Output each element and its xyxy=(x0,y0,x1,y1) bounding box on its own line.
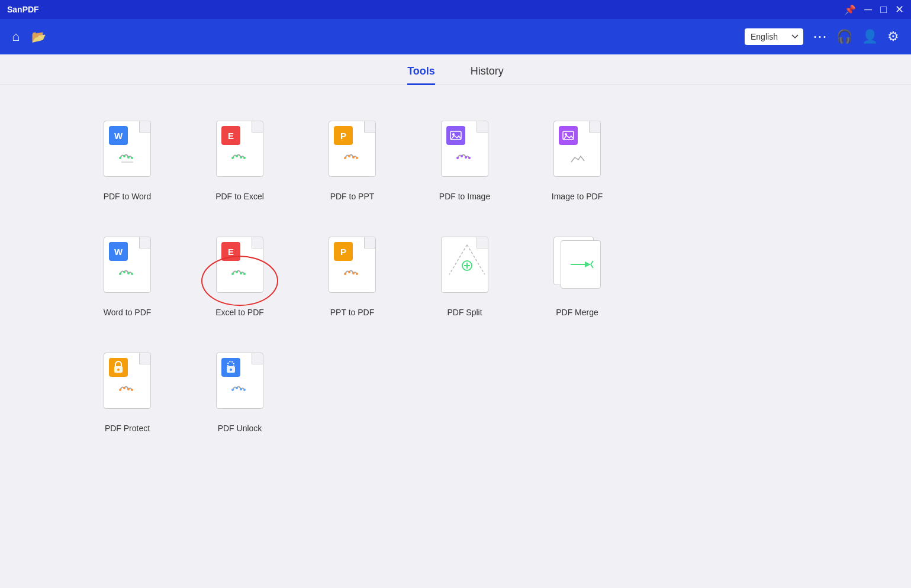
svg-point-44 xyxy=(119,389,121,391)
svg-point-10 xyxy=(348,155,350,157)
tool-pdf-to-word[interactable]: W PDF to Word xyxy=(95,121,160,201)
tool-pdf-to-image[interactable]: PDF to Image xyxy=(432,121,497,201)
tool-label-pdf-split: PDF Split xyxy=(447,308,482,317)
excel-to-pdf-icon: E xyxy=(210,237,269,302)
pdf-unlock-icon xyxy=(210,353,269,418)
badge-lock xyxy=(109,358,128,377)
headphone-icon[interactable]: 🎧 xyxy=(836,29,852,44)
tool-label-pdf-protect: PDF Protect xyxy=(105,424,150,433)
image-to-pdf-icon xyxy=(548,121,607,186)
home-button[interactable]: ⌂ xyxy=(12,29,20,44)
toolbar-left: ⌂ 📂 xyxy=(12,29,46,44)
pdf-merge-icon xyxy=(548,237,607,302)
tool-label-pdf-merge: PDF Merge xyxy=(556,308,598,317)
window-controls: 📌 ─ □ ✕ xyxy=(844,4,904,15)
tool-pdf-merge[interactable]: PDF Merge xyxy=(545,237,610,317)
svg-point-32 xyxy=(356,273,358,275)
svg-point-7 xyxy=(240,156,242,159)
tool-pdf-to-ppt[interactable]: P PDF to PPT xyxy=(320,121,385,201)
badge-w: W xyxy=(109,126,128,145)
folder-button[interactable]: 📂 xyxy=(31,30,46,44)
tool-image-to-pdf[interactable]: Image to PDF xyxy=(545,121,610,201)
ppt-to-pdf-icon: P xyxy=(323,237,382,302)
svg-point-51 xyxy=(236,387,238,389)
svg-point-24 xyxy=(131,273,133,275)
svg-point-9 xyxy=(344,157,346,159)
pdf-split-icon xyxy=(435,237,494,302)
svg-point-18 xyxy=(468,157,471,159)
badge-p: P xyxy=(334,126,353,145)
pdf-symbol xyxy=(117,149,138,170)
maximize-button[interactable]: □ xyxy=(880,4,887,15)
tool-label-image-to-pdf: Image to PDF xyxy=(552,192,603,201)
svg-point-4 xyxy=(131,157,133,159)
svg-point-26 xyxy=(236,271,238,273)
svg-point-17 xyxy=(465,156,467,159)
pdf-to-ppt-icon: P xyxy=(323,121,382,186)
tool-word-to-pdf[interactable]: W Word to PDF xyxy=(95,237,160,317)
svg-point-47 xyxy=(131,389,133,391)
svg-point-43 xyxy=(117,369,120,371)
badge-unlock xyxy=(221,358,240,377)
tool-label-pdf-to-ppt: PDF to PPT xyxy=(330,192,375,201)
minimize-button[interactable]: ─ xyxy=(864,4,872,15)
svg-point-2 xyxy=(123,155,125,157)
svg-point-49 xyxy=(230,369,232,371)
tool-label-word-to-pdf: Word to PDF xyxy=(104,308,152,317)
tools-grid: W PDF to Word E xyxy=(0,109,911,445)
split-svg xyxy=(446,242,488,289)
tool-pdf-unlock[interactable]: PDF Unlock xyxy=(207,353,272,433)
badge-e2: E xyxy=(221,242,240,261)
svg-line-40 xyxy=(591,261,593,264)
more-button[interactable]: ⋯ xyxy=(813,28,827,45)
merge-icon-wrapper xyxy=(548,237,607,293)
svg-point-25 xyxy=(231,273,234,275)
badge-img2 xyxy=(559,126,578,145)
pdf-symbol xyxy=(342,149,363,170)
tools-row-3: PDF Protect PDF Unlock xyxy=(95,341,816,445)
svg-point-53 xyxy=(243,389,246,391)
tool-pdf-protect[interactable]: PDF Protect xyxy=(95,353,160,433)
svg-point-16 xyxy=(461,155,463,157)
pdf-symbol xyxy=(117,381,138,402)
user-icon[interactable]: 👤 xyxy=(862,29,878,44)
svg-point-1 xyxy=(119,157,121,159)
tabs: Tools History xyxy=(0,54,911,85)
tool-label-excel-to-pdf: Excel to PDF xyxy=(215,308,264,317)
tab-tools[interactable]: Tools xyxy=(407,65,435,85)
tool-pdf-split[interactable]: PDF Split xyxy=(432,237,497,317)
tool-ppt-to-pdf[interactable]: P PPT to PDF xyxy=(320,237,385,317)
svg-point-30 xyxy=(348,271,350,273)
pdf-protect-icon xyxy=(98,353,157,418)
pdf-to-image-icon xyxy=(435,121,494,186)
svg-point-28 xyxy=(243,273,246,275)
tool-label-pdf-to-word: PDF to Word xyxy=(104,192,152,201)
svg-point-8 xyxy=(243,157,246,159)
svg-point-15 xyxy=(456,157,459,159)
settings-icon[interactable]: ⚙ xyxy=(887,29,899,44)
app-title: SanPDF xyxy=(7,5,39,14)
tool-label-pdf-unlock: PDF Unlock xyxy=(218,424,262,433)
tool-pdf-to-excel[interactable]: E PDF to Excel xyxy=(207,121,272,201)
svg-point-21 xyxy=(119,273,121,275)
file2 xyxy=(561,240,601,289)
svg-point-50 xyxy=(231,389,234,391)
tool-label-pdf-to-excel: PDF to Excel xyxy=(215,192,264,201)
badge-e: E xyxy=(221,126,240,145)
svg-point-12 xyxy=(356,157,358,159)
svg-line-41 xyxy=(591,264,593,268)
pdf-to-excel-icon: E xyxy=(210,121,269,186)
tab-history[interactable]: History xyxy=(471,65,504,85)
pdf-to-word-icon: W xyxy=(98,121,157,186)
pdf-symbol xyxy=(229,381,250,402)
pin-icon[interactable]: 📌 xyxy=(844,4,856,15)
svg-point-31 xyxy=(352,272,355,274)
language-select[interactable]: English Chinese Japanese xyxy=(745,28,803,45)
tool-excel-to-pdf[interactable]: E Excel to PDF xyxy=(207,237,272,317)
svg-point-5 xyxy=(231,157,234,159)
close-button[interactable]: ✕ xyxy=(895,4,904,15)
pdf-symbol xyxy=(342,265,363,286)
pdf-symbol xyxy=(117,265,138,286)
svg-point-45 xyxy=(123,387,125,389)
toolbar-right: English Chinese Japanese ⋯ 🎧 👤 ⚙ xyxy=(745,28,899,45)
